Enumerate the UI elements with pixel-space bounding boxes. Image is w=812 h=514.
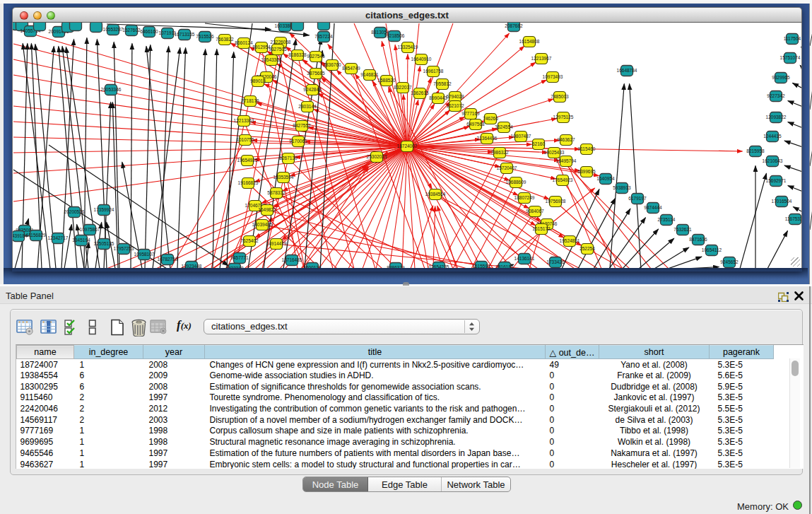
svg-text:7986322: 7986322 <box>490 150 509 155</box>
svg-text:9170061: 9170061 <box>289 139 307 144</box>
svg-text:252254: 252254 <box>579 246 595 251</box>
svg-text:746266: 746266 <box>483 116 498 121</box>
svg-text:19756928: 19756928 <box>546 199 566 204</box>
svg-text:12213363: 12213363 <box>234 118 254 123</box>
svg-text:7816184: 7816184 <box>495 264 514 268</box>
svg-text:21364436: 21364436 <box>477 136 498 141</box>
svg-text:1649822: 1649822 <box>258 207 276 212</box>
svg-text:18495794: 18495794 <box>556 158 577 163</box>
svg-text:1010755: 1010755 <box>236 137 254 142</box>
svg-text:17654923: 17654923 <box>553 177 573 182</box>
svg-text:13716485: 13716485 <box>282 257 302 262</box>
svg-text:10654112: 10654112 <box>702 247 722 252</box>
svg-text:989013: 989013 <box>250 78 266 83</box>
svg-text:10973493: 10973493 <box>543 74 563 79</box>
svg-text:14136141: 14136141 <box>514 256 535 261</box>
svg-text:6497568: 6497568 <box>466 122 485 127</box>
svg-text:15751074: 15751074 <box>780 55 801 60</box>
svg-text:10543362: 10543362 <box>261 57 282 62</box>
svg-text:16961758: 16961758 <box>423 69 444 74</box>
svg-text:1345194: 1345194 <box>72 238 90 243</box>
svg-text:0433218: 0433218 <box>225 266 244 268</box>
svg-text:6399695: 6399695 <box>577 169 596 174</box>
svg-text:9227342: 9227342 <box>767 93 785 98</box>
svg-text:17957253: 17957253 <box>114 246 134 251</box>
svg-text:2836760: 2836760 <box>323 62 341 67</box>
svg-text:6179197: 6179197 <box>628 196 647 201</box>
svg-text:9245652: 9245652 <box>720 259 739 264</box>
svg-text:12975125: 12975125 <box>553 115 574 119</box>
svg-text:5938913: 5938913 <box>613 185 631 190</box>
svg-text:19166825: 19166825 <box>238 180 259 185</box>
svg-text:10807487: 10807487 <box>511 134 531 139</box>
svg-text:19524851: 19524851 <box>560 238 580 243</box>
svg-text:19384554: 19384554 <box>425 192 446 197</box>
svg-text:1621072: 1621072 <box>446 103 464 108</box>
svg-text:16640910: 16640910 <box>411 57 432 62</box>
svg-text:6466160: 6466160 <box>140 29 158 34</box>
svg-text:17359924: 17359924 <box>94 207 114 212</box>
svg-text:11156829: 11156829 <box>26 233 46 238</box>
svg-text:9600133: 9600133 <box>303 265 322 268</box>
svg-text:16154808: 16154808 <box>519 39 540 44</box>
svg-text:8660124: 8660124 <box>235 40 253 45</box>
svg-text:5878332: 5878332 <box>267 190 286 195</box>
svg-text:9439184: 9439184 <box>13 233 28 238</box>
svg-text:1362615: 1362615 <box>411 90 429 95</box>
svg-text:1588520: 1588520 <box>377 78 396 83</box>
svg-text:8454749: 8454749 <box>342 66 360 71</box>
svg-text:02654235: 02654235 <box>429 264 449 268</box>
svg-text:7632621: 7632621 <box>673 227 692 232</box>
svg-text:1615594: 1615594 <box>472 264 490 268</box>
svg-text:9329965: 9329965 <box>772 75 790 80</box>
svg-text:8427552: 8427552 <box>293 123 311 128</box>
svg-text:7955812: 7955812 <box>433 81 452 86</box>
svg-text:12505135: 12505135 <box>94 241 114 246</box>
svg-text:1615172: 1615172 <box>532 226 551 231</box>
svg-text:10025433: 10025433 <box>544 150 565 155</box>
svg-text:8990443: 8990443 <box>429 95 447 100</box>
svg-text:12093822: 12093822 <box>766 115 787 119</box>
svg-text:15720407: 15720407 <box>497 165 517 170</box>
svg-text:18724007: 18724007 <box>397 144 418 148</box>
svg-text:25302023: 25302023 <box>367 154 387 159</box>
svg-text:1733426: 1733426 <box>546 259 565 264</box>
svg-text:18807249: 18807249 <box>514 195 535 200</box>
svg-text:2803144: 2803144 <box>298 104 317 109</box>
svg-text:8215958: 8215958 <box>746 148 765 153</box>
svg-text:1527602: 1527602 <box>122 28 141 33</box>
svg-text:1117504: 1117504 <box>784 36 801 41</box>
svg-text:16210643: 16210643 <box>763 158 783 163</box>
svg-text:20200526: 20200526 <box>64 209 85 214</box>
svg-text:11675334: 11675334 <box>785 216 802 221</box>
svg-text:62160: 62160 <box>532 141 545 146</box>
svg-text:16782759: 16782759 <box>158 257 178 262</box>
svg-text:3875685: 3875685 <box>307 71 325 76</box>
svg-text:12213967: 12213967 <box>531 56 552 61</box>
svg-text:10688609: 10688609 <box>506 180 526 185</box>
svg-text:17016504: 17016504 <box>772 199 792 204</box>
svg-text:9242848: 9242848 <box>303 87 322 92</box>
svg-text:16713155: 16713155 <box>175 32 195 37</box>
svg-text:10975867: 10975867 <box>80 227 100 232</box>
svg-text:8471636: 8471636 <box>689 237 707 242</box>
svg-text:14914479: 14914479 <box>266 241 287 246</box>
svg-text:13325419: 13325419 <box>398 45 418 49</box>
svg-text:9463627: 9463627 <box>557 137 575 142</box>
svg-text:10958107: 10958107 <box>134 252 155 257</box>
svg-text:8186328: 8186328 <box>288 52 307 57</box>
svg-text:9457771: 9457771 <box>230 255 249 260</box>
svg-text:3624554: 3624554 <box>495 124 513 129</box>
svg-text:7857224: 7857224 <box>314 34 333 39</box>
svg-text:12923448: 12923448 <box>182 264 202 268</box>
svg-text:7515526: 7515526 <box>196 34 214 39</box>
svg-text:7625402: 7625402 <box>240 238 259 243</box>
svg-text:9327546: 9327546 <box>307 54 325 59</box>
svg-text:2087682: 2087682 <box>505 23 523 28</box>
svg-text:7485003: 7485003 <box>551 94 569 99</box>
svg-text:13353594: 13353594 <box>273 175 294 180</box>
svg-text:20053346: 20053346 <box>101 87 122 92</box>
svg-text:7663822: 7663822 <box>216 37 234 42</box>
svg-text:8322037: 8322037 <box>394 85 412 90</box>
svg-text:9474444: 9474444 <box>644 205 662 210</box>
